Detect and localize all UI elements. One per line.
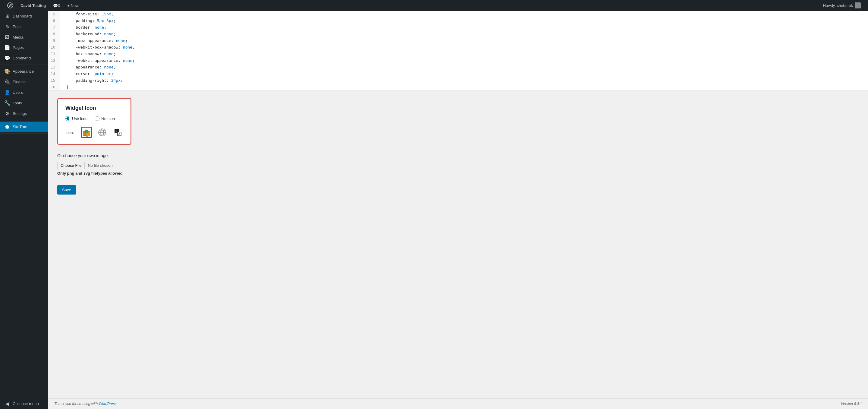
sidebar-label-appearance: Appearance: [13, 69, 34, 74]
pages-icon: 📄: [4, 45, 10, 50]
code-line-6: 6 padding: 5px 8px;: [48, 18, 868, 24]
no-file-text: No file chosen: [88, 163, 113, 168]
plugins-icon: 🔌: [4, 79, 10, 85]
sidebar-label-dashboard: Dashboard: [13, 14, 32, 19]
sidebar-label-pages: Pages: [13, 45, 24, 50]
sidebar-item-dashboard[interactable]: ⊞ Dashboard: [0, 11, 48, 22]
code-line-14: 14 cursor: pointer;: [48, 70, 868, 77]
avatar: [855, 2, 861, 8]
posts-icon: ✎: [4, 24, 10, 30]
sidebar-item-comments[interactable]: 💬 Comments: [0, 53, 48, 63]
new-content-link[interactable]: + New: [64, 0, 82, 11]
site-name[interactable]: David Testing: [17, 0, 50, 11]
sidebar-label-tools: Tools: [13, 101, 22, 105]
widget-icon-box: Widget Icon Use Icon No Icon Icon:: [57, 98, 131, 145]
use-icon-label: Use Icon: [72, 116, 87, 121]
code-line-13: 13 appearance: none;: [48, 64, 868, 70]
choose-image-section: Or choose your own image: Choose File No…: [57, 153, 859, 176]
widget-icon-title: Widget Icon: [65, 105, 123, 111]
choose-image-title: Or choose your own image:: [57, 153, 859, 158]
sidebar-label-comments: Comments: [13, 56, 32, 60]
sidebar-divider-1: [0, 64, 48, 65]
code-line-7: 7 border: none;: [48, 24, 868, 31]
globe-icon-option[interactable]: [97, 127, 107, 138]
sidebar-divider-3: [0, 133, 48, 134]
file-input-row: Choose File No file chosen: [57, 162, 859, 169]
main-content: 5 font-size: 15px; 6 padding: 5px 8px; 7…: [48, 11, 868, 409]
comments-count: 0: [58, 3, 60, 8]
code-line-8: 8 background: none;: [48, 31, 868, 37]
code-line-10: 10 -webkit-box-shadow: none;: [48, 44, 868, 51]
sidebar-item-media[interactable]: 🖼 Media: [0, 32, 48, 42]
choose-file-button[interactable]: Choose File: [57, 162, 85, 169]
sidebar-item-tools[interactable]: 🔧 Tools: [0, 98, 48, 108]
globe-icon-svg: [98, 128, 107, 137]
sidebar-label-plugins: Plugins: [13, 80, 26, 84]
sidebar-item-posts[interactable]: ✎ Posts: [0, 22, 48, 32]
sidebar-divider-2: [0, 120, 48, 120]
sidebar-item-appearance[interactable]: 🎨 Appearance: [0, 66, 48, 77]
settings-icon: ⚙: [4, 111, 10, 116]
no-icon-label: No Icon: [101, 116, 115, 121]
comment-icon: 💬: [53, 3, 58, 8]
svg-text:W: W: [9, 4, 12, 7]
code-line-15: 15 padding-right: 24px;: [48, 77, 868, 84]
adminbar-right: Howdy, cheburek: [819, 2, 864, 8]
sitetran-icon: ⬟: [4, 124, 10, 130]
footer-text: Thank you for creating with WordPress.: [54, 402, 118, 406]
sidebar-item-sitetran[interactable]: ⬟ SiteTran: [0, 122, 48, 132]
box-icon-svg: [82, 128, 91, 137]
translate-icon-svg: A A: [113, 128, 122, 137]
comments-sidebar-icon: 💬: [4, 55, 10, 61]
file-type-note: Only png and svg filetypes allowed: [57, 171, 859, 176]
sidebar-item-settings[interactable]: ⚙ Settings: [0, 108, 48, 119]
icon-label: Icon:: [65, 130, 74, 135]
collapse-icon: ◀: [4, 401, 10, 407]
comments-link[interactable]: 💬 0: [50, 0, 64, 11]
wp-logo[interactable]: W: [4, 0, 17, 11]
use-icon-radio-label[interactable]: Use Icon: [65, 116, 87, 121]
box-icon-option[interactable]: [81, 127, 92, 138]
icon-radio-group: Use Icon No Icon: [65, 116, 123, 121]
sidebar-item-users[interactable]: 👤 Users: [0, 87, 48, 98]
code-line-5: 5 font-size: 15px;: [48, 11, 868, 18]
translate-icon-option[interactable]: A A: [113, 127, 123, 138]
code-line-11: 11 box-shadow: none;: [48, 51, 868, 57]
code-editor: 5 font-size: 15px; 6 padding: 5px 8px; 7…: [48, 11, 868, 91]
sidebar: ⊞ Dashboard ✎ Posts 🖼 Media 📄 Pages 💬 Co…: [0, 11, 48, 409]
howdy-text: Howdy, cheburek: [819, 2, 864, 8]
version-text: Version 6.4.1: [841, 402, 862, 406]
dashboard-icon: ⊞: [4, 13, 10, 19]
sidebar-label-settings: Settings: [13, 111, 27, 116]
collapse-menu-button[interactable]: ◀ Collapse menu: [0, 399, 48, 409]
icon-selector-row: Icon:: [65, 127, 123, 138]
no-icon-radio-label[interactable]: No Icon: [95, 116, 115, 121]
settings-area: Widget Icon Use Icon No Icon Icon:: [48, 91, 868, 399]
no-icon-radio[interactable]: [95, 116, 99, 121]
use-icon-radio[interactable]: [65, 116, 70, 121]
sidebar-item-plugins[interactable]: 🔌 Plugins: [0, 77, 48, 87]
appearance-icon: 🎨: [4, 68, 10, 74]
save-button[interactable]: Save: [57, 185, 76, 195]
svg-text:A: A: [118, 133, 120, 136]
collapse-label: Collapse menu: [13, 402, 39, 406]
code-line-12: 12 -webkit-appearance: none;: [48, 57, 868, 64]
users-icon: 👤: [4, 90, 10, 95]
code-line-9: 9 -moz-appearance: none;: [48, 37, 868, 44]
wordpress-link[interactable]: WordPress.: [98, 402, 118, 406]
sidebar-label-sitetran: SiteTran: [13, 124, 27, 129]
tools-icon: 🔧: [4, 100, 10, 106]
sidebar-label-posts: Posts: [13, 24, 23, 29]
sidebar-label-media: Media: [13, 35, 23, 39]
svg-text:A: A: [116, 130, 118, 133]
wp-footer: Thank you for creating with WordPress. V…: [48, 399, 868, 409]
code-line-16: 16 }: [48, 84, 868, 90]
admin-bar: W David Testing 💬 0 + New Howdy, chebure…: [0, 0, 868, 11]
media-icon: 🖼: [4, 34, 10, 40]
sidebar-label-users: Users: [13, 90, 23, 95]
sidebar-item-pages[interactable]: 📄 Pages: [0, 42, 48, 53]
